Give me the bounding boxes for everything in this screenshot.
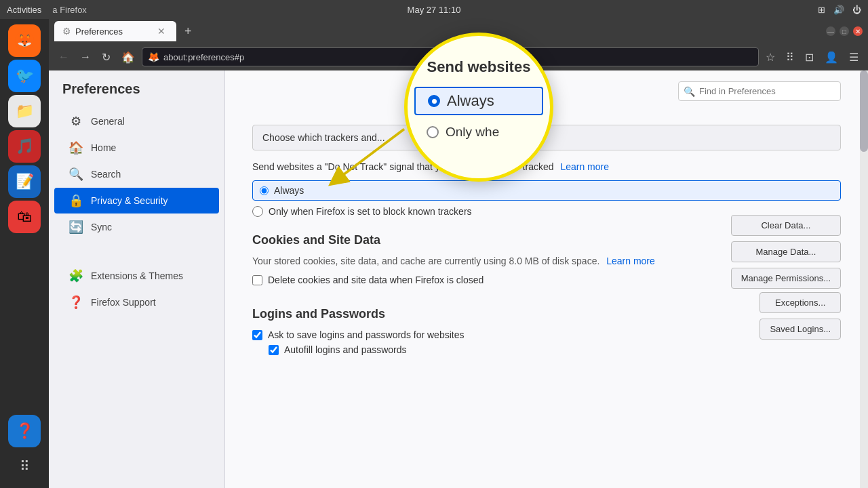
exceptions-button[interactable]: Exceptions... bbox=[760, 292, 841, 313]
always-radio-text: Always bbox=[274, 185, 304, 196]
app-title-bar: a Firefox bbox=[52, 5, 87, 15]
cookies-desc-text: Your stored cookies, site data, and cach… bbox=[252, 256, 599, 266]
window-minimize-button[interactable]: — bbox=[826, 26, 835, 36]
extensions-theme-icon: 🧩 bbox=[68, 268, 84, 283]
tab-title: Preferences bbox=[75, 26, 123, 37]
logins-title: Logins and Passwords bbox=[252, 307, 841, 321]
dock-apps[interactable]: ⠿ bbox=[8, 450, 41, 483]
nav-right-buttons: ⠿ ⊡ 👤 ☰ bbox=[782, 48, 863, 66]
always-radio-input[interactable] bbox=[260, 186, 269, 195]
account-button[interactable]: 👤 bbox=[821, 48, 842, 66]
delete-cookies-checkbox[interactable] bbox=[252, 275, 262, 285]
magnified-popup-overlay: Send websites Always Only whe bbox=[404, 33, 553, 182]
dock-help[interactable]: ❓ bbox=[8, 415, 41, 447]
sync-icon: 🔄 bbox=[68, 220, 84, 235]
cookies-section: Cookies and Site Data Clear Data... Mana… bbox=[252, 233, 841, 285]
general-icon: ⚙ bbox=[68, 114, 84, 129]
sidebar-item-search-label: Search bbox=[91, 169, 121, 180]
sidebar-item-home-label: Home bbox=[91, 142, 116, 153]
browser-window: ⚙ Preferences ✕ + — □ ✕ ← → ↻ 🏠 🦊 about:… bbox=[49, 19, 868, 488]
system-taskbar: Activities a Firefox May 27 11:10 ⊞ 🔊 ⏻ bbox=[0, 0, 868, 19]
sidebar-item-general[interactable]: ⚙ General bbox=[54, 108, 219, 134]
scroll-thumb[interactable] bbox=[860, 70, 868, 152]
logins-buttons: Exceptions... Saved Logins... bbox=[760, 292, 841, 340]
sidebar-item-home[interactable]: 🏠 Home bbox=[54, 135, 219, 161]
dock-firefox[interactable]: 🦊 bbox=[8, 24, 41, 57]
delete-cookies-checkbox-row[interactable]: Delete cookies and site data when Firefo… bbox=[252, 274, 731, 285]
settings-sidebar: Preferences ⚙ General 🏠 Home 🔍 Search 🔒 … bbox=[49, 70, 225, 488]
svg-text:🦊: 🦊 bbox=[17, 33, 33, 48]
application-dock: 🦊 🐦 📁 🎵 📝 🛍 ❓ ⠿ bbox=[0, 19, 49, 488]
cookies-buttons: Clear Data... Manage Data... Manage Perm… bbox=[731, 215, 841, 289]
popup-always-dot bbox=[428, 95, 440, 107]
only-when-radio-text: Only when Firefox is set to block known … bbox=[269, 206, 472, 217]
ask-save-checkbox-row[interactable]: Ask to save logins and passwords for web… bbox=[252, 329, 760, 340]
window-maximize-button[interactable]: □ bbox=[840, 26, 849, 36]
popup-only-when-row: Only whe bbox=[414, 122, 543, 142]
find-in-preferences-input[interactable] bbox=[678, 81, 841, 101]
sidebar-item-privacy[interactable]: 🔒 Privacy & Security bbox=[54, 188, 219, 214]
dock-thunderbird[interactable]: 🐦 bbox=[8, 60, 41, 92]
bookmark-button[interactable]: ☆ bbox=[762, 49, 779, 65]
sidebar-item-general-label: General bbox=[91, 116, 125, 127]
popup-only-when-dot bbox=[427, 126, 439, 138]
dnt-learn-more-link[interactable]: Learn more bbox=[560, 161, 609, 172]
dock-writer[interactable]: 📝 bbox=[8, 165, 41, 198]
popup-always-dot-inner bbox=[432, 99, 437, 104]
scroll-track bbox=[860, 70, 868, 488]
power-icon: ⏻ bbox=[852, 5, 861, 15]
popup-only-when-label: Only whe bbox=[446, 125, 499, 140]
dock-files[interactable]: 📁 bbox=[8, 95, 41, 127]
title-bar-controls: — □ ✕ bbox=[826, 26, 863, 36]
find-in-preferences-container: 🔍 bbox=[678, 81, 841, 101]
only-when-radio-input[interactable] bbox=[252, 206, 263, 217]
manage-data-button[interactable]: Manage Data... bbox=[731, 241, 841, 262]
manage-permissions-button[interactable]: Manage Permissions... bbox=[731, 268, 841, 289]
home-icon: 🏠 bbox=[68, 140, 84, 155]
saved-logins-button[interactable]: Saved Logins... bbox=[760, 319, 841, 340]
system-datetime: May 27 11:10 bbox=[408, 5, 461, 15]
sidebar-item-search[interactable]: 🔍 Search bbox=[54, 161, 219, 187]
browser-tab-preferences[interactable]: ⚙ Preferences ✕ bbox=[54, 21, 176, 41]
dock-rhythmbox[interactable]: 🎵 bbox=[8, 130, 41, 163]
popup-always-label: Always bbox=[447, 92, 494, 110]
activities-label[interactable]: Activities bbox=[7, 5, 41, 15]
menu-button[interactable]: ☰ bbox=[845, 48, 863, 66]
sidebar-item-sync-label: Sync bbox=[91, 222, 112, 232]
autofill-checkbox-row[interactable]: Autofill logins and passwords bbox=[252, 344, 841, 355]
site-icon: 🦊 bbox=[148, 52, 159, 62]
sidebar-item-sync[interactable]: 🔄 Sync bbox=[54, 214, 219, 240]
autofill-checkbox[interactable] bbox=[269, 345, 279, 355]
ask-save-checkbox[interactable] bbox=[252, 330, 262, 340]
always-radio-label[interactable]: Always bbox=[252, 180, 841, 201]
sidebar-item-extensions-label: Extensions & Themes bbox=[91, 270, 183, 281]
network-icon: ⊞ bbox=[818, 5, 825, 15]
delete-cookies-label: Delete cookies and site data when Firefo… bbox=[268, 274, 484, 285]
find-search-icon: 🔍 bbox=[684, 86, 695, 97]
sidebar-toggle-button[interactable]: ⊡ bbox=[801, 48, 818, 66]
ask-save-label: Ask to save logins and passwords for web… bbox=[268, 329, 464, 340]
support-icon: ❓ bbox=[68, 295, 84, 310]
privacy-icon: 🔒 bbox=[68, 193, 84, 208]
home-button[interactable]: 🏠 bbox=[117, 48, 139, 66]
tab-close-button[interactable]: ✕ bbox=[155, 24, 168, 38]
clear-data-button[interactable]: Clear Data... bbox=[731, 215, 841, 236]
logins-section: Logins and Passwords Exceptions... Saved… bbox=[252, 307, 841, 355]
popup-always-row: Always bbox=[414, 87, 543, 115]
cookies-learn-more-link[interactable]: Learn more bbox=[606, 256, 655, 266]
back-button[interactable]: ← bbox=[54, 48, 73, 66]
sidebar-item-extensions[interactable]: 🧩 Extensions & Themes bbox=[54, 263, 219, 289]
dock-software[interactable]: 🛍 bbox=[8, 201, 41, 233]
sidebar-item-privacy-label: Privacy & Security bbox=[91, 195, 168, 206]
tab-icon: ⚙ bbox=[62, 26, 71, 37]
forward-button[interactable]: → bbox=[76, 48, 95, 66]
reload-button[interactable]: ↻ bbox=[98, 48, 115, 66]
taskbar-left: Activities a Firefox bbox=[7, 5, 87, 15]
sidebar-item-support[interactable]: ❓ Firefox Support bbox=[54, 289, 219, 315]
popup-circle: Send websites Always Only whe bbox=[404, 33, 553, 182]
new-tab-button[interactable]: + bbox=[179, 22, 197, 41]
search-icon: 🔍 bbox=[68, 167, 84, 182]
window-close-button[interactable]: ✕ bbox=[853, 26, 863, 36]
extensions-button[interactable]: ⠿ bbox=[782, 48, 798, 66]
autofill-label: Autofill logins and passwords bbox=[284, 344, 407, 355]
